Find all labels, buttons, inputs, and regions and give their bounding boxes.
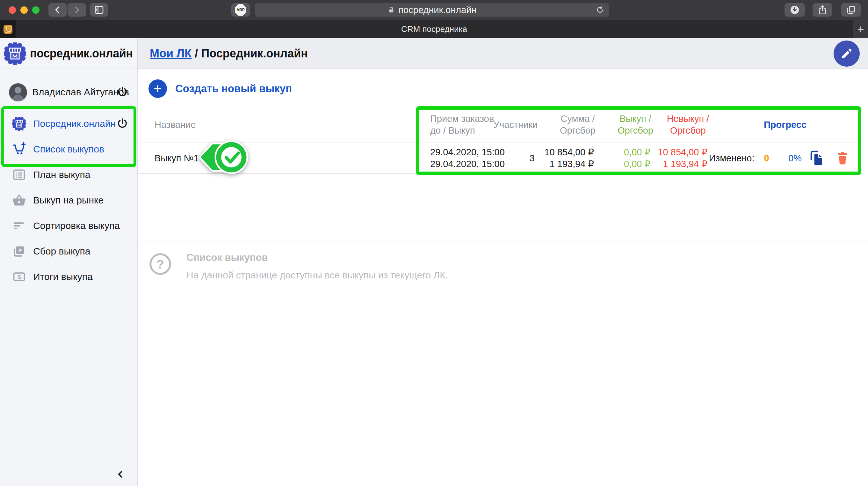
- col-header-progress: Прогресс: [753, 119, 817, 131]
- breadcrumb-current: Посредник.онлайн: [201, 47, 308, 60]
- chevron-left-icon: [53, 5, 62, 15]
- help-title: Список выкупов: [186, 252, 448, 263]
- col-header-nonbuyout: Невыкуп /Оргсбор: [656, 113, 720, 137]
- chevron-left-icon: [115, 469, 126, 480]
- main-area: Мои ЛК / Посредник.онлайн Создать новый …: [138, 38, 868, 486]
- buyout-name[interactable]: Выкуп №1: [155, 152, 199, 164]
- buyout-progress: 0%: [770, 152, 802, 164]
- forward-button[interactable]: [67, 3, 86, 17]
- url-text: посредник.онлайн: [398, 5, 476, 15]
- svg-text:?: ?: [156, 257, 164, 271]
- col-header-participants: Участники: [482, 119, 549, 131]
- store-icon: [12, 117, 26, 131]
- favicon-icon: [3, 25, 13, 34]
- fullscreen-window-button[interactable]: [32, 6, 39, 14]
- sidebar-nav: Посредник.онлайн Список выкупов План вык…: [0, 111, 137, 290]
- adblock-extension-button[interactable]: ABP: [231, 3, 250, 17]
- money-icon: $: [12, 270, 26, 284]
- sidebar-item-buyout-list[interactable]: Список выкупов: [0, 137, 137, 162]
- sidebar-icon: [94, 4, 104, 15]
- power-icon: [116, 118, 128, 130]
- tabs-icon: [846, 4, 857, 15]
- sort-icon: [12, 219, 26, 233]
- window-controls: [9, 6, 39, 14]
- cart-plus-icon: [12, 142, 26, 156]
- copy-buyout-button[interactable]: [809, 150, 824, 167]
- logout-button[interactable]: [116, 86, 128, 98]
- lk-logout-button[interactable]: [116, 118, 128, 130]
- buyout-notbought: 10 854,00 ₽1 193,94 ₽: [644, 146, 707, 170]
- new-tab-button[interactable]: [853, 20, 868, 38]
- svg-text:$: $: [18, 274, 21, 280]
- plus-circle-icon: [149, 79, 167, 98]
- breadcrumb: Мои ЛК / Посредник.онлайн: [150, 47, 308, 60]
- create-buyout-button[interactable]: Создать новый выкуп: [149, 79, 292, 98]
- sidebar-collapse-button[interactable]: [115, 469, 126, 480]
- sidebar-item-buyout-plan[interactable]: План выкупа: [0, 162, 137, 188]
- user-name: Владислав Айтуганов: [32, 87, 129, 97]
- question-icon: ?: [149, 252, 172, 276]
- lock-icon: [388, 6, 395, 14]
- chevron-right-icon: [72, 5, 82, 15]
- buyout-sum: 10 854,00 ₽1 193,94 ₽: [498, 146, 594, 170]
- crm-app: посредник.онлайн Владислав Айтуганов Пос…: [0, 38, 868, 486]
- table-header-row: Название Прием заказовдо / Выкуп Участни…: [138, 107, 862, 143]
- download-icon: [789, 4, 800, 15]
- create-buyout-label: Создать новый выкуп: [175, 83, 292, 95]
- delete-buyout-button[interactable]: [836, 150, 849, 166]
- share-icon: [817, 4, 828, 15]
- downloads-button[interactable]: [784, 3, 805, 17]
- user-row[interactable]: Владислав Айтуганов: [0, 83, 137, 102]
- sidebar-item-posrednik-online[interactable]: Посредник.онлайн: [0, 111, 137, 137]
- pinned-tab[interactable]: [0, 20, 16, 38]
- buyout-changed: Изменено:0: [709, 152, 769, 164]
- browser-toolbar: ABP посредник.онлайн: [0, 0, 868, 20]
- app-logo-row: посредник.онлайн: [0, 38, 137, 69]
- main-header: Мои ЛК / Посредник.онлайн: [138, 38, 868, 69]
- sidebar-item-buyout-collect[interactable]: Сбор выкупа: [0, 238, 137, 264]
- plus-icon: [856, 25, 865, 34]
- app-logo-icon: [4, 42, 26, 65]
- tab-overview-button[interactable]: [841, 3, 861, 17]
- trash-icon: [836, 150, 849, 166]
- tab-title: CRM посредника: [401, 24, 467, 34]
- pencil-icon: [840, 47, 853, 60]
- tab-bar: CRM посредника: [0, 20, 868, 38]
- breadcrumb-separator: /: [191, 47, 201, 60]
- power-icon: [116, 86, 128, 98]
- edit-button[interactable]: [834, 40, 860, 67]
- col-header-name: Название: [155, 119, 196, 131]
- help-description: На данной странице доступны все выкупы и…: [186, 270, 448, 281]
- col-header-sum: Сумма /Оргсбор: [546, 113, 610, 137]
- basket-icon: [12, 193, 26, 207]
- sidebar-toggle-button[interactable]: [90, 3, 108, 17]
- sidebar: посредник.онлайн Владислав Айтуганов Пос…: [0, 38, 138, 486]
- sidebar-item-buyout-sorting[interactable]: Сортировка выкупа: [0, 213, 137, 238]
- minimize-window-button[interactable]: [21, 6, 28, 14]
- copy-icon: [809, 150, 824, 167]
- avatar: [9, 83, 27, 102]
- tab-crm[interactable]: CRM посредника: [16, 20, 853, 38]
- buyout-bought: 0,00 ₽0,00 ₽: [587, 146, 650, 170]
- help-section: ? Список выкупов На данной странице дост…: [138, 241, 868, 311]
- collect-icon: [12, 244, 26, 258]
- abp-icon: ABP: [235, 4, 246, 16]
- reload-button[interactable]: [595, 5, 605, 15]
- breadcrumb-link-my-lk[interactable]: Мои ЛК: [150, 47, 191, 60]
- list-icon: [12, 168, 26, 182]
- app-logo-text: посредник.онлайн: [30, 47, 133, 60]
- browser-window: ABP посредник.онлайн CRM посредника: [0, 0, 868, 486]
- address-bar[interactable]: посредник.онлайн: [255, 3, 609, 17]
- reload-icon: [595, 5, 605, 15]
- table-row[interactable]: Выкуп №1 29.04.2020, 15:0029.04.2020, 15…: [138, 143, 862, 174]
- sidebar-item-buyout-results[interactable]: $ Итоги выкупа: [0, 264, 137, 290]
- back-button[interactable]: [49, 3, 67, 17]
- share-button[interactable]: [812, 3, 832, 17]
- changed-count: 0: [764, 152, 769, 164]
- sidebar-item-market-buyout[interactable]: Выкуп на рынке: [0, 188, 137, 213]
- close-window-button[interactable]: [9, 6, 16, 14]
- content-area: Создать новый выкуп Название Прием заказ…: [138, 70, 868, 486]
